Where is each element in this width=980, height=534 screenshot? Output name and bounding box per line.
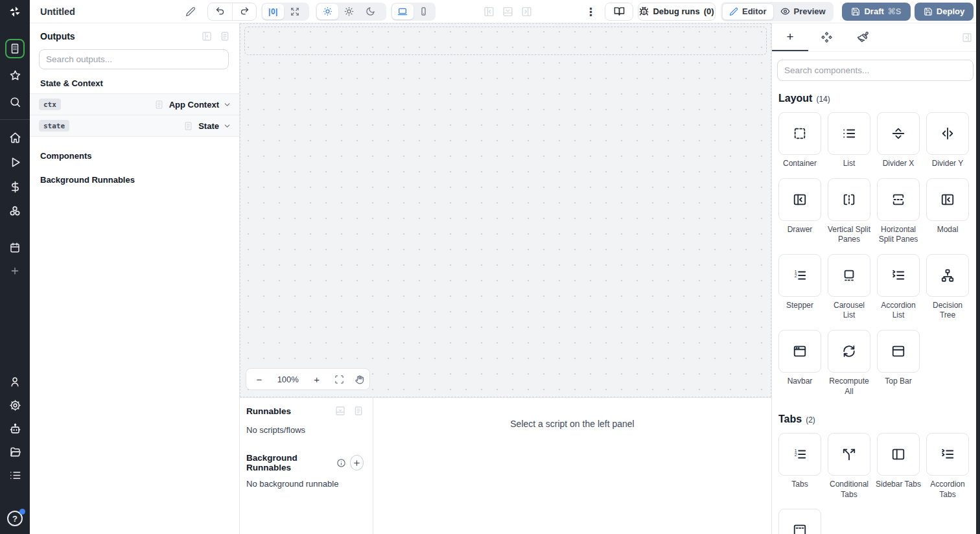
canvas-dropzone[interactable] xyxy=(244,27,767,55)
component-card-accordion-list[interactable]: Accordion List xyxy=(876,254,921,321)
fit-width-toggle[interactable]: |0| xyxy=(262,4,284,19)
sidebar-item-home[interactable] xyxy=(5,128,25,147)
doc-icon[interactable] xyxy=(183,121,193,131)
component-card-accordion-tabs[interactable]: Accordion Tabs xyxy=(925,433,970,500)
deploy-button[interactable]: Deploy xyxy=(915,3,974,21)
decision-tree-icon xyxy=(940,268,955,283)
component-card-modal[interactable]: Modal xyxy=(925,178,970,245)
draft-button[interactable]: Draft ⌘S xyxy=(842,3,911,21)
drawer-icon xyxy=(793,192,807,207)
plus-icon: + xyxy=(786,30,793,43)
tab-component-tree[interactable] xyxy=(808,23,845,51)
collapse-components-panel-button[interactable] xyxy=(962,32,972,43)
expand-canvas-toggle[interactable] xyxy=(284,4,305,19)
device-group xyxy=(391,3,436,21)
component-card-drawer[interactable]: Drawer xyxy=(777,178,822,245)
desktop-toggle[interactable] xyxy=(392,4,414,19)
component-card-horizontal-split[interactable]: Horizontal Split Panes xyxy=(876,178,921,245)
sidebar-item-user[interactable] xyxy=(5,372,25,391)
sidebar-item-runs[interactable] xyxy=(5,152,25,172)
theme-auto-toggle[interactable] xyxy=(317,4,338,19)
sidebar-item-logs[interactable] xyxy=(5,465,25,485)
component-card-top-bar[interactable]: Top Bar xyxy=(876,330,921,397)
redo-button[interactable] xyxy=(232,3,256,20)
theme-light-toggle[interactable] xyxy=(338,4,360,19)
editor-label: Editor xyxy=(742,6,767,16)
app-canvas[interactable]: − 100% + xyxy=(240,23,771,397)
diamond-grid-icon xyxy=(821,31,833,43)
component-card-divider-x[interactable]: Divider X xyxy=(876,112,921,169)
components-search[interactable] xyxy=(777,60,974,81)
sidebar-item-search[interactable] xyxy=(5,92,25,111)
fit-view-button[interactable] xyxy=(334,375,344,384)
component-card-list[interactable]: List xyxy=(826,112,872,169)
chevron-down-icon[interactable] xyxy=(223,122,231,130)
pan-hand-button[interactable] xyxy=(355,375,364,384)
component-card-recompute-all[interactable]: Recompute All xyxy=(826,330,872,397)
toggle-bottom-panel[interactable] xyxy=(502,6,513,17)
zoom-in-button[interactable]: + xyxy=(309,374,325,385)
component-card-sidebar-tabs[interactable]: Sidebar Tabs xyxy=(876,433,921,500)
window-scrollbar[interactable] xyxy=(976,0,980,534)
component-card-carousel-list[interactable]: Carousel List xyxy=(826,254,872,321)
zoom-out-button[interactable]: − xyxy=(251,374,267,385)
component-card-partial[interactable] xyxy=(777,509,822,534)
debug-runs-button[interactable]: Debug runs (0) xyxy=(638,3,716,21)
sidebar-item-favorites[interactable] xyxy=(5,65,25,85)
component-card-decision-tree[interactable]: Decision Tree xyxy=(925,254,970,321)
collapse-runnables-button[interactable] xyxy=(335,406,345,416)
panel-left-icon xyxy=(484,6,495,17)
more-menu-button[interactable]: ⋮ xyxy=(585,5,596,18)
component-card-divider-y[interactable]: Divider Y xyxy=(925,112,970,169)
collapse-outputs-button[interactable] xyxy=(202,31,212,41)
top-bar-icon xyxy=(891,344,905,358)
tab-insert-component[interactable]: + xyxy=(772,23,808,51)
navbar-icon xyxy=(793,344,807,358)
runnables-doc-icon[interactable] xyxy=(353,406,364,416)
container-icon xyxy=(793,126,807,141)
tab-styling[interactable] xyxy=(845,23,881,51)
save-icon xyxy=(924,7,933,16)
sidebar-item-settings[interactable] xyxy=(5,395,25,415)
outputs-search-input[interactable] xyxy=(46,54,222,64)
toggle-left-panel[interactable] xyxy=(484,6,495,17)
sidebar-item-variables[interactable] xyxy=(5,177,25,196)
sidebar-item-workers[interactable] xyxy=(5,419,25,438)
component-card-navbar[interactable]: Navbar xyxy=(777,330,822,397)
toggle-right-panel[interactable] xyxy=(521,6,532,17)
help-button[interactable]: ? xyxy=(7,511,23,526)
theme-dark-toggle[interactable] xyxy=(360,4,381,19)
output-row-ctx[interactable]: ctx App Context xyxy=(30,94,239,115)
tab-editor[interactable]: Editor xyxy=(722,3,774,20)
sidebar-item-folders[interactable] xyxy=(5,442,25,461)
pencil-icon xyxy=(185,6,196,17)
ctx-type-label: App Context xyxy=(169,100,219,110)
component-card-container[interactable]: Container xyxy=(777,112,822,169)
component-card-vertical-split[interactable]: Vertical Split Panes xyxy=(826,178,872,245)
doc-icon[interactable] xyxy=(154,100,164,110)
component-card-stepper[interactable]: 12 Stepper xyxy=(777,254,822,321)
output-row-state[interactable]: state State xyxy=(30,115,239,137)
undo-button[interactable] xyxy=(208,3,232,20)
mobile-toggle[interactable] xyxy=(414,4,435,19)
components-search-input[interactable] xyxy=(784,65,966,75)
add-background-runnable-button[interactable] xyxy=(350,455,364,470)
windmill-logo[interactable] xyxy=(0,0,30,23)
sidebar-item-resources[interactable] xyxy=(5,202,25,221)
sidebar-item-schedules[interactable] xyxy=(5,238,25,257)
background-runnables-header: Background Runnables xyxy=(30,166,239,190)
sidebar-tabs-icon xyxy=(891,447,905,461)
docs-button[interactable] xyxy=(605,3,633,21)
outputs-search[interactable] xyxy=(39,49,229,69)
component-card-conditional-tabs[interactable]: Conditional Tabs xyxy=(826,433,872,500)
tab-preview[interactable]: Preview xyxy=(774,3,832,20)
outputs-doc-icon[interactable] xyxy=(220,31,230,41)
rename-button[interactable] xyxy=(185,6,196,17)
runnables-title: Runnables xyxy=(246,406,291,416)
chevron-down-icon[interactable] xyxy=(223,100,231,109)
component-card-tabs[interactable]: 12 Tabs xyxy=(777,433,822,500)
sidebar-item-apps[interactable] xyxy=(5,39,25,58)
rail-add-button[interactable] xyxy=(5,261,25,281)
invisible-tabs-icon xyxy=(793,523,807,534)
book-open-icon xyxy=(614,6,625,17)
